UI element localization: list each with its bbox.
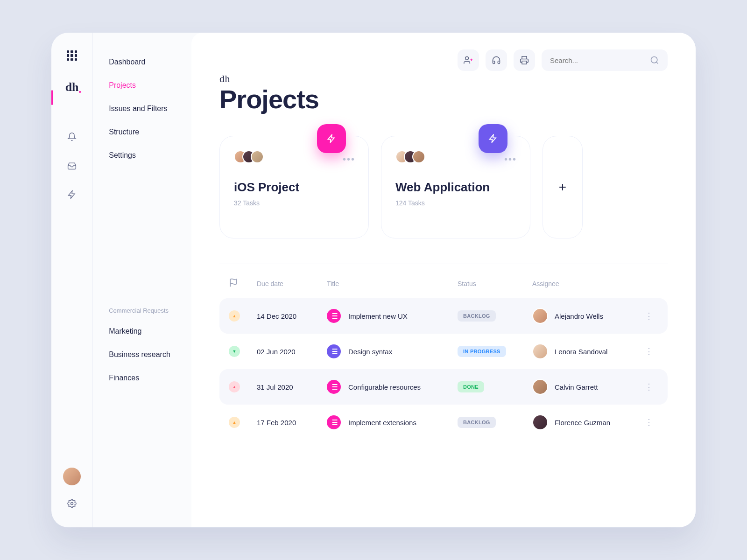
nav-dashboard[interactable]: Dashboard <box>98 50 187 74</box>
table-row[interactable]: ▼02 Jun 2020Design syntaxIN PROGRESSLeno… <box>219 334 668 369</box>
avatar <box>251 150 264 163</box>
priority-icon: ▲ <box>229 417 240 428</box>
search-input[interactable] <box>550 56 645 64</box>
table-header: Due date Title Status Assignee <box>219 278 668 289</box>
card-subtitle: 32 Tasks <box>234 199 354 207</box>
app-window: dh Dashboard Projects Issues and Filters… <box>51 33 696 527</box>
sidebar: Dashboard Projects Issues and Filters St… <box>92 33 191 527</box>
commercial-label: Commercial Requests <box>93 307 191 314</box>
avatar <box>412 150 425 163</box>
card-badge-icon <box>317 124 346 153</box>
task-type-icon <box>327 344 341 358</box>
cell-assignee: Florence Guzman <box>532 414 640 430</box>
search-icon <box>650 56 659 65</box>
card-menu-icon[interactable]: ••• <box>343 154 355 165</box>
card-menu-icon[interactable]: ••• <box>504 154 517 165</box>
status-badge: IN PROGRESS <box>458 346 506 357</box>
avatar <box>532 308 548 324</box>
row-menu-icon[interactable]: ⋮ <box>640 311 658 321</box>
nav-business-research[interactable]: Business research <box>98 343 187 366</box>
nav-marketing[interactable]: Marketing <box>98 320 187 343</box>
status-badge: BACKLOG <box>458 417 496 428</box>
tasks-table: Due date Title Status Assignee ▲14 Dec 2… <box>219 278 668 440</box>
status-badge: DONE <box>458 381 484 392</box>
nav-finances[interactable]: Finances <box>98 366 187 390</box>
nav-list: Dashboard Projects Issues and Filters St… <box>93 50 191 167</box>
project-card-ios[interactable]: ••• iOS Project 32 Tasks <box>219 136 369 238</box>
lightning-icon[interactable] <box>66 189 78 201</box>
topbar <box>219 49 668 71</box>
priority-icon: ▲ <box>229 310 240 322</box>
col-flag <box>229 278 257 289</box>
divider <box>219 264 668 264</box>
nav-issues[interactable]: Issues and Filters <box>98 97 187 120</box>
main-panel: dh Projects ••• iOS Project 32 Tasks ••• <box>191 33 696 527</box>
nav-settings[interactable]: Settings <box>98 144 187 167</box>
cell-title: Design syntax <box>327 344 458 358</box>
cell-assignee: Calvin Garrett <box>532 379 640 395</box>
cell-due: 02 Jun 2020 <box>257 348 327 356</box>
row-menu-icon[interactable]: ⋮ <box>640 346 658 357</box>
inbox-icon[interactable] <box>66 160 78 172</box>
gear-icon[interactable] <box>66 497 78 510</box>
card-badge-icon <box>479 124 507 153</box>
svg-point-0 <box>71 503 73 505</box>
apps-icon[interactable] <box>67 50 77 61</box>
priority-icon: ▲ <box>229 381 240 392</box>
headphones-icon[interactable] <box>486 49 507 71</box>
svg-point-1 <box>651 57 657 63</box>
cell-due: 14 Dec 2020 <box>257 312 327 320</box>
col-due: Due date <box>257 280 327 287</box>
add-project-button[interactable]: + <box>543 136 583 238</box>
rail-indicator <box>51 90 53 105</box>
bell-icon[interactable] <box>66 131 78 143</box>
status-badge: BACKLOG <box>458 310 496 322</box>
user-avatar[interactable] <box>63 468 81 485</box>
table-row[interactable]: ▲31 Jul 2020Configurable resourcesDONECa… <box>219 369 668 405</box>
icon-rail: dh <box>51 33 92 527</box>
cell-due: 31 Jul 2020 <box>257 383 327 391</box>
cell-assignee: Alejandro Wells <box>532 308 640 324</box>
col-assignee: Assignee <box>532 280 640 287</box>
project-card-web[interactable]: ••• Web Application 124 Tasks <box>381 136 530 238</box>
cell-title: Configurable resources <box>327 380 458 394</box>
search-box[interactable] <box>542 49 668 71</box>
card-title: Web Application <box>395 180 516 195</box>
project-cards: ••• iOS Project 32 Tasks ••• Web Applica… <box>219 136 668 238</box>
cell-due: 17 Feb 2020 <box>257 419 327 427</box>
row-menu-icon[interactable]: ⋮ <box>640 382 658 392</box>
people-icon[interactable] <box>458 49 479 71</box>
printer-icon[interactable] <box>514 49 535 71</box>
task-type-icon <box>327 380 341 394</box>
avatar <box>532 414 548 430</box>
task-type-icon <box>327 415 341 429</box>
col-status: Status <box>458 280 532 287</box>
avatar <box>532 379 548 395</box>
avatar <box>532 343 548 359</box>
cell-title: Implement new UX <box>327 309 458 323</box>
brand-label: dh <box>219 73 668 85</box>
nav-projects[interactable]: Projects <box>98 74 187 97</box>
table-row[interactable]: ▲14 Dec 2020Implement new UXBACKLOGAleja… <box>219 298 668 334</box>
cell-assignee: Lenora Sandoval <box>532 343 640 359</box>
cell-title: Implement extensions <box>327 415 458 429</box>
rail-logo-icon[interactable]: dh <box>66 81 78 93</box>
task-type-icon <box>327 309 341 323</box>
card-title: iOS Project <box>234 180 354 195</box>
table-row[interactable]: ▲17 Feb 2020Implement extensionsBACKLOGF… <box>219 405 668 440</box>
row-menu-icon[interactable]: ⋮ <box>640 417 658 427</box>
nav-structure[interactable]: Structure <box>98 120 187 144</box>
col-title: Title <box>327 280 458 287</box>
page-title: Projects <box>219 84 668 114</box>
card-subtitle: 124 Tasks <box>395 199 516 207</box>
priority-icon: ▼ <box>229 346 240 357</box>
